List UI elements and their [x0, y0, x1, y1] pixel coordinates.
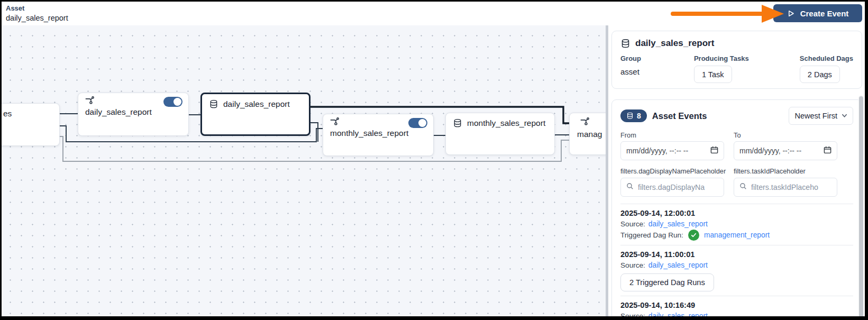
database-icon [620, 39, 630, 48]
asset-graph-canvas[interactable]: es daily_sales_report daily_sales_report [2, 25, 606, 316]
database-icon [209, 99, 218, 109]
panel-scrollbar[interactable] [858, 95, 864, 316]
scheduled-dags-button[interactable]: 2 Dags [800, 66, 840, 83]
triggered-dag-run-label: Triggered Dag Run: [620, 230, 683, 240]
task-filter-input-wrap[interactable] [734, 178, 837, 197]
scheduled-dags-label: Scheduled Dags [800, 54, 853, 62]
search-icon [626, 182, 634, 192]
task-filter-label: filters.taskIdPlaceholder [734, 167, 837, 175]
triggered-dag-runs-button[interactable]: 2 Triggered Dag Runs [620, 273, 714, 291]
from-label: From [620, 131, 724, 139]
asset-event-item: 2025-09-14, 12:00:01 Source: daily_sales… [620, 204, 853, 245]
source-label: Source: [620, 311, 645, 316]
header: Asset daily_sales_report Create Event [2, 2, 865, 25]
group-label: Group [620, 54, 694, 62]
create-event-button[interactable]: Create Event [773, 4, 862, 22]
toggle-knob [173, 98, 181, 106]
event-timestamp: 2025-09-14, 12:00:01 [620, 208, 853, 218]
event-count-badge: 8 [620, 109, 647, 122]
to-datetime-input[interactable]: mm/dd/yyyy, --:-- -- [734, 141, 837, 160]
dag-icon [330, 117, 339, 126]
task-filter-input[interactable] [751, 183, 830, 191]
to-label: To [734, 131, 837, 139]
graph-node-dag-clipped-right[interactable]: manag [569, 113, 606, 155]
dag-icon [580, 117, 589, 126]
node-label: daily_sales_report [85, 107, 152, 117]
dag-filter-input[interactable] [638, 183, 717, 191]
event-timestamp: 2025-09-14, 11:00:01 [620, 250, 853, 260]
app-window: Asset daily_sales_report Create Event es [2, 2, 865, 316]
database-icon [453, 118, 462, 128]
dag-filter-label: filters.dagDisplayNamePlaceholder [620, 167, 724, 175]
graph-node-dag-monthly-sales-report[interactable]: monthly_sales_report [323, 114, 434, 156]
asset-summary-card: daily_sales_report Group asset Producing… [611, 31, 862, 89]
asset-details-panel: daily_sales_report Group asset Producing… [608, 25, 865, 316]
source-link[interactable]: daily_sales_report [648, 311, 708, 316]
event-timestamp: 2025-09-14, 10:16:49 [620, 300, 853, 310]
node-label: es [3, 109, 12, 118]
sort-order-select[interactable]: Newest First [789, 107, 853, 125]
asset-event-item: 2025-09-14, 10:16:49 Source: daily_sales… [620, 296, 853, 316]
event-count: 8 [637, 112, 641, 120]
success-status-icon [688, 230, 699, 241]
producing-tasks-button[interactable]: 1 Task [694, 66, 732, 83]
scrollbar-thumb[interactable] [859, 96, 863, 316]
calendar-icon[interactable] [824, 146, 832, 156]
node-label: monthly_sales_report [330, 129, 408, 138]
node-label: manag [577, 130, 602, 139]
screenshot-frame: Asset daily_sales_report Create Event es [0, 0, 868, 320]
search-icon [739, 182, 747, 192]
dag-filter-input-wrap[interactable] [620, 178, 724, 197]
annotation-arrow [665, 3, 790, 25]
group-value: asset [620, 67, 694, 76]
source-link[interactable]: daily_sales_report [648, 260, 708, 270]
play-icon [787, 10, 795, 17]
page-title: daily_sales_report [6, 14, 68, 22]
chevron-down-icon [842, 112, 847, 120]
graph-node-clipped-left[interactable]: es [2, 103, 60, 146]
datetime-placeholder: mm/dd/yyyy, --:-- -- [739, 147, 801, 155]
toggle-knob [418, 119, 426, 127]
create-event-label: Create Event [800, 9, 849, 18]
source-label: Source: [620, 260, 645, 270]
node-label: monthly_sales_report [467, 118, 545, 128]
graph-node-asset-daily-sales-report[interactable]: daily_sales_report [200, 93, 310, 136]
database-icon [626, 112, 634, 120]
triggered-dag-run-link[interactable]: management_report [704, 230, 770, 240]
node-label: daily_sales_report [223, 99, 290, 109]
asset-events-card: 8 Asset Events Newest First From mm/dd/y… [611, 99, 862, 316]
asset-events-title: Asset Events [652, 111, 707, 121]
dag-pause-toggle[interactable] [408, 118, 427, 128]
asset-event-list: 2025-09-14, 12:00:01 Source: daily_sales… [620, 204, 853, 316]
graph-node-dag-daily-sales-report[interactable]: daily_sales_report [78, 93, 189, 136]
source-label: Source: [620, 219, 645, 229]
calendar-icon[interactable] [710, 146, 718, 156]
graph-edges [2, 25, 606, 316]
asset-name: daily_sales_report [635, 38, 714, 49]
source-link[interactable]: daily_sales_report [648, 219, 708, 229]
breadcrumb-asset-label: Asset [6, 4, 24, 12]
datetime-placeholder: mm/dd/yyyy, --:-- -- [626, 147, 688, 155]
dag-icon [85, 96, 94, 105]
dag-pause-toggle[interactable] [163, 97, 182, 107]
from-datetime-input[interactable]: mm/dd/yyyy, --:-- -- [620, 141, 724, 160]
producing-tasks-label: Producing Tasks [694, 54, 800, 62]
graph-node-asset-monthly-sales-report[interactable]: monthly_sales_report [445, 113, 555, 155]
asset-event-item: 2025-09-14, 11:00:01 Source: daily_sales… [620, 245, 853, 296]
sort-order-value: Newest First [794, 112, 837, 120]
